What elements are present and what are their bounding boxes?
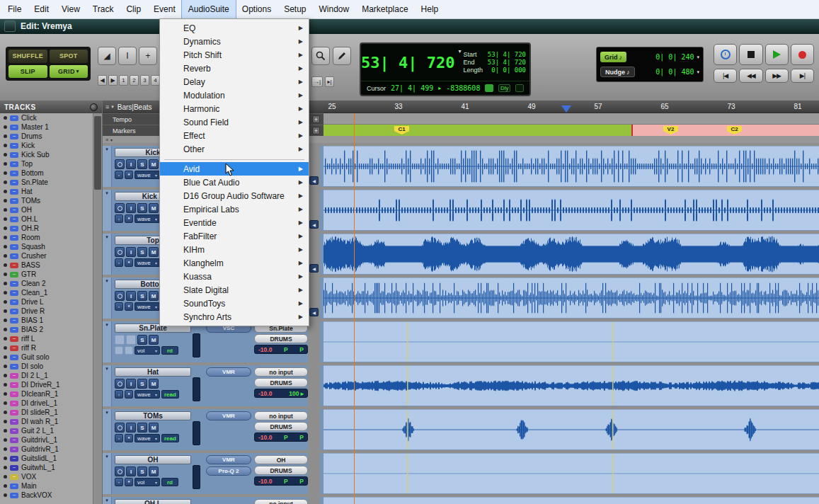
track-freeze-button[interactable]: ◦ [115,346,123,355]
track-list-item[interactable]: Hat [0,187,93,196]
status-badge[interactable] [515,84,524,92]
audiosuite-menu-item[interactable]: Effect ▶ [160,129,309,142]
playlist-nav-button[interactable]: ◀ [309,220,319,229]
automation-mode-button[interactable]: rd [161,478,178,486]
solo-button[interactable]: S [137,466,147,476]
track-list-item[interactable]: Kick Sub [0,150,93,159]
track-list-item[interactable]: BackVOX [0,491,93,500]
track-collapse-strip[interactable]: ▾ [103,277,112,319]
insert-slot-a-button[interactable]: VMR [206,455,251,464]
go-to-end-button[interactable]: ▶| [791,69,814,83]
track-view-selector[interactable]: wave ▾ [134,434,160,442]
volume-pan-display[interactable]: -10.0 P P [254,433,308,442]
track-list-item[interactable]: OH [0,205,93,214]
solo-button[interactable]: S [137,247,147,257]
track-list-item[interactable]: Click [0,113,93,122]
track-view-icon[interactable]: ≡ [105,137,108,142]
input-monitor-button[interactable]: I [126,379,136,389]
input-monitor-button[interactable]: I [126,159,136,169]
elastic-audio-button[interactable]: * [125,478,133,486]
track-freeze-button[interactable]: ◦ [115,478,123,486]
track-collapse-strip[interactable]: ▾ [103,146,112,187]
selection-length-row[interactable]: Length 0| 0| 000 [463,67,526,74]
zoom-preset-button[interactable]: 3 [140,75,149,86]
track-list-item[interactable]: Bottom [0,168,93,178]
track-list-item[interactable]: Master 1 [0,122,93,132]
track-list-item[interactable]: OH.L [0,214,93,224]
menubar-item[interactable]: AudioSuite [182,0,236,18]
main-counter[interactable]: 53| 4| 720 ▾ [361,44,463,81]
edit-mode-button[interactable]: SPOT [50,50,88,63]
track-show-dot[interactable] [4,208,7,212]
track-show-dot[interactable] [4,337,7,340]
audiosuite-menu-item[interactable]: Avid ▶ [160,162,309,176]
record-arm-button[interactable] [115,466,125,476]
track-list-item[interactable]: Drive L [0,297,93,307]
zoom-preset-button[interactable]: 2 [130,75,139,86]
track-list-item[interactable]: Crusher [0,251,93,260]
track-view-selector[interactable]: wave ▾ [134,302,160,311]
audiosuite-menu-item[interactable]: Klanghelm ▶ [160,256,309,270]
menubar-item[interactable]: Clip [120,0,147,18]
waveform-lane[interactable] [323,497,819,504]
audiosuite-menu-item[interactable]: Synchro Arts ▶ [160,310,309,323]
audiosuite-menu-item[interactable]: Reverb ▶ [160,62,309,75]
track-show-dot[interactable] [4,199,7,202]
track-list-item[interactable]: VOX [0,472,93,481]
track-list-item[interactable]: Room [0,233,93,242]
waveform-lane[interactable] [323,453,819,494]
audiosuite-menu-item[interactable]: FabFilter ▶ [160,229,309,243]
track-list-item[interactable]: GuitslidL_1 [0,454,93,463]
bars-beats-ruler[interactable]: 25 33 41 49 57 65 73 81 [323,101,819,113]
track-list-item[interactable]: DI driveL_1 [0,399,93,408]
zoomer-tool-button[interactable] [311,47,330,65]
waveform-lane[interactable] [323,277,819,319]
delay-compensation-badge[interactable]: Dly [498,84,510,92]
record-arm-button[interactable] [115,247,125,257]
track-collapse-strip[interactable]: ▾ [103,321,112,362]
waveform-lane[interactable] [323,365,819,406]
play-button[interactable] [765,44,789,65]
audiosuite-menu-item[interactable]: Modulation ▶ [160,88,309,102]
track-list-item[interactable]: Drive R [0,307,93,316]
track-show-dot[interactable] [4,263,7,267]
elastic-audio-button[interactable]: * [125,390,133,399]
playlist-nav-button[interactable]: ◀ [309,264,319,273]
track-view-selector[interactable]: vol ▾ [134,478,160,486]
track-list-item[interactable]: Main [0,481,93,491]
track-list-item[interactable]: Clean_1 [0,288,93,297]
stop-button[interactable] [739,44,762,65]
track-list-item[interactable]: GuitdrivL_1 [0,435,93,445]
track-show-dot[interactable] [4,300,7,304]
track-show-dot[interactable] [4,429,7,433]
menubar-item[interactable]: Event [147,0,182,18]
track-view-selector[interactable]: wave ▾ [134,390,160,399]
track-list-item[interactable]: DI wah R_1 [0,417,93,426]
track-show-dot[interactable] [4,309,7,313]
track-show-dot[interactable] [4,457,7,460]
solo-button[interactable]: S [137,379,147,389]
group-assign-button[interactable]: DRUMS [254,466,308,475]
track-freeze-button[interactable]: ◦ [115,302,123,311]
mute-button[interactable]: M [149,291,159,301]
elastic-audio-button[interactable]: * [125,214,133,223]
audiosuite-menu-item[interactable]: Pitch Shift ▶ [160,48,309,62]
record-arm-button[interactable] [115,203,125,213]
track-show-dot[interactable] [4,190,7,193]
record-arm-button[interactable] [115,291,125,301]
track-list-item[interactable]: Sn.Plate [0,178,93,187]
track-name-header[interactable]: TOMs [115,411,191,420]
audiosuite-menu-item[interactable]: Empirical Labs ▶ [160,202,309,216]
tempo-ruler-lane[interactable] [323,113,819,125]
track-list-item[interactable]: Guit solo [0,353,93,362]
timeline-insertion-badge[interactable] [485,84,493,92]
fast-forward-button[interactable]: ▶▶ [765,69,789,83]
playlist-nav-button[interactable]: ◀ [309,176,319,185]
audiosuite-menu-item[interactable]: ▶ [164,157,304,160]
track-list-item[interactable]: DI 2 L_1 [0,371,93,380]
input-monitor-button[interactable]: I [126,203,136,213]
zoom-in-button[interactable]: ▶ [108,75,118,86]
track-list-item[interactable]: GuitwhL_1 [0,463,93,472]
track-list-item[interactable]: GTR [0,270,93,279]
online-button[interactable] [714,44,737,65]
